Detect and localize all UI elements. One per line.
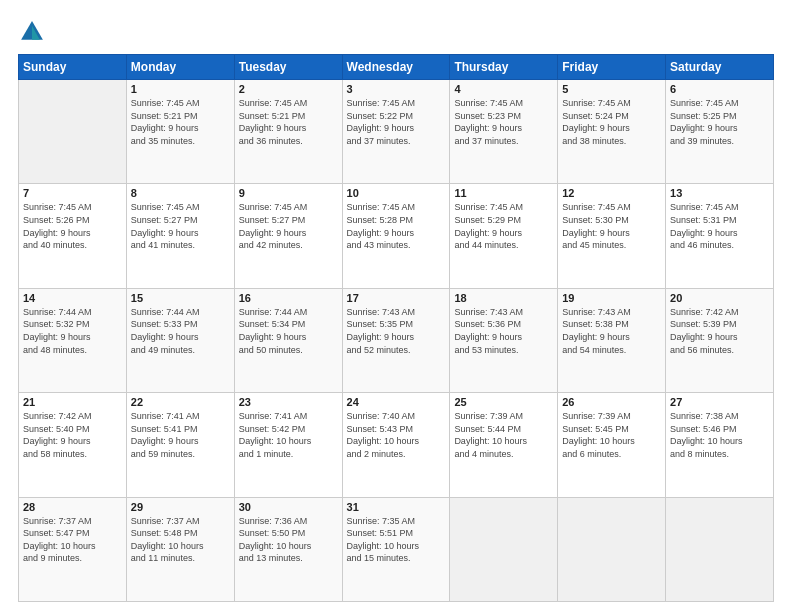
day-info: Sunrise: 7:37 AM Sunset: 5:48 PM Dayligh… [131, 515, 230, 565]
day-info: Sunrise: 7:35 AM Sunset: 5:51 PM Dayligh… [347, 515, 446, 565]
day-cell: 3Sunrise: 7:45 AM Sunset: 5:22 PM Daylig… [342, 80, 450, 184]
day-number: 5 [562, 83, 661, 95]
week-row-3: 14Sunrise: 7:44 AM Sunset: 5:32 PM Dayli… [19, 288, 774, 392]
day-cell: 30Sunrise: 7:36 AM Sunset: 5:50 PM Dayli… [234, 497, 342, 601]
weekday-thursday: Thursday [450, 55, 558, 80]
day-info: Sunrise: 7:43 AM Sunset: 5:36 PM Dayligh… [454, 306, 553, 356]
day-info: Sunrise: 7:43 AM Sunset: 5:38 PM Dayligh… [562, 306, 661, 356]
day-cell: 16Sunrise: 7:44 AM Sunset: 5:34 PM Dayli… [234, 288, 342, 392]
week-row-4: 21Sunrise: 7:42 AM Sunset: 5:40 PM Dayli… [19, 393, 774, 497]
day-cell: 10Sunrise: 7:45 AM Sunset: 5:28 PM Dayli… [342, 184, 450, 288]
day-cell: 27Sunrise: 7:38 AM Sunset: 5:46 PM Dayli… [666, 393, 774, 497]
day-number: 8 [131, 187, 230, 199]
day-cell: 18Sunrise: 7:43 AM Sunset: 5:36 PM Dayli… [450, 288, 558, 392]
week-row-2: 7Sunrise: 7:45 AM Sunset: 5:26 PM Daylig… [19, 184, 774, 288]
day-cell [19, 80, 127, 184]
day-info: Sunrise: 7:40 AM Sunset: 5:43 PM Dayligh… [347, 410, 446, 460]
day-cell: 9Sunrise: 7:45 AM Sunset: 5:27 PM Daylig… [234, 184, 342, 288]
day-cell: 7Sunrise: 7:45 AM Sunset: 5:26 PM Daylig… [19, 184, 127, 288]
day-number: 12 [562, 187, 661, 199]
day-cell: 14Sunrise: 7:44 AM Sunset: 5:32 PM Dayli… [19, 288, 127, 392]
day-info: Sunrise: 7:45 AM Sunset: 5:29 PM Dayligh… [454, 201, 553, 251]
day-number: 1 [131, 83, 230, 95]
day-number: 17 [347, 292, 446, 304]
day-info: Sunrise: 7:45 AM Sunset: 5:26 PM Dayligh… [23, 201, 122, 251]
day-number: 7 [23, 187, 122, 199]
day-number: 3 [347, 83, 446, 95]
day-info: Sunrise: 7:45 AM Sunset: 5:27 PM Dayligh… [131, 201, 230, 251]
day-number: 22 [131, 396, 230, 408]
day-cell: 28Sunrise: 7:37 AM Sunset: 5:47 PM Dayli… [19, 497, 127, 601]
day-info: Sunrise: 7:45 AM Sunset: 5:25 PM Dayligh… [670, 97, 769, 147]
day-info: Sunrise: 7:39 AM Sunset: 5:44 PM Dayligh… [454, 410, 553, 460]
day-cell: 15Sunrise: 7:44 AM Sunset: 5:33 PM Dayli… [126, 288, 234, 392]
day-cell: 25Sunrise: 7:39 AM Sunset: 5:44 PM Dayli… [450, 393, 558, 497]
day-info: Sunrise: 7:44 AM Sunset: 5:34 PM Dayligh… [239, 306, 338, 356]
day-cell [666, 497, 774, 601]
day-number: 18 [454, 292, 553, 304]
day-info: Sunrise: 7:45 AM Sunset: 5:21 PM Dayligh… [131, 97, 230, 147]
day-info: Sunrise: 7:45 AM Sunset: 5:21 PM Dayligh… [239, 97, 338, 147]
weekday-friday: Friday [558, 55, 666, 80]
day-cell: 11Sunrise: 7:45 AM Sunset: 5:29 PM Dayli… [450, 184, 558, 288]
day-number: 23 [239, 396, 338, 408]
day-number: 6 [670, 83, 769, 95]
day-cell: 20Sunrise: 7:42 AM Sunset: 5:39 PM Dayli… [666, 288, 774, 392]
day-info: Sunrise: 7:37 AM Sunset: 5:47 PM Dayligh… [23, 515, 122, 565]
logo [18, 18, 50, 46]
day-info: Sunrise: 7:36 AM Sunset: 5:50 PM Dayligh… [239, 515, 338, 565]
day-number: 14 [23, 292, 122, 304]
day-info: Sunrise: 7:45 AM Sunset: 5:27 PM Dayligh… [239, 201, 338, 251]
day-number: 31 [347, 501, 446, 513]
day-number: 13 [670, 187, 769, 199]
day-info: Sunrise: 7:44 AM Sunset: 5:33 PM Dayligh… [131, 306, 230, 356]
weekday-monday: Monday [126, 55, 234, 80]
weekday-sunday: Sunday [19, 55, 127, 80]
day-cell: 24Sunrise: 7:40 AM Sunset: 5:43 PM Dayli… [342, 393, 450, 497]
day-cell: 23Sunrise: 7:41 AM Sunset: 5:42 PM Dayli… [234, 393, 342, 497]
day-info: Sunrise: 7:41 AM Sunset: 5:41 PM Dayligh… [131, 410, 230, 460]
day-cell [558, 497, 666, 601]
day-info: Sunrise: 7:44 AM Sunset: 5:32 PM Dayligh… [23, 306, 122, 356]
day-number: 19 [562, 292, 661, 304]
day-number: 11 [454, 187, 553, 199]
weekday-header-row: SundayMondayTuesdayWednesdayThursdayFrid… [19, 55, 774, 80]
header [18, 18, 774, 46]
day-cell: 26Sunrise: 7:39 AM Sunset: 5:45 PM Dayli… [558, 393, 666, 497]
weekday-saturday: Saturday [666, 55, 774, 80]
day-number: 9 [239, 187, 338, 199]
day-cell: 29Sunrise: 7:37 AM Sunset: 5:48 PM Dayli… [126, 497, 234, 601]
day-cell: 5Sunrise: 7:45 AM Sunset: 5:24 PM Daylig… [558, 80, 666, 184]
day-cell: 6Sunrise: 7:45 AM Sunset: 5:25 PM Daylig… [666, 80, 774, 184]
day-number: 4 [454, 83, 553, 95]
day-number: 29 [131, 501, 230, 513]
day-cell: 21Sunrise: 7:42 AM Sunset: 5:40 PM Dayli… [19, 393, 127, 497]
day-cell [450, 497, 558, 601]
day-cell: 8Sunrise: 7:45 AM Sunset: 5:27 PM Daylig… [126, 184, 234, 288]
day-cell: 1Sunrise: 7:45 AM Sunset: 5:21 PM Daylig… [126, 80, 234, 184]
week-row-5: 28Sunrise: 7:37 AM Sunset: 5:47 PM Dayli… [19, 497, 774, 601]
weekday-tuesday: Tuesday [234, 55, 342, 80]
day-cell: 12Sunrise: 7:45 AM Sunset: 5:30 PM Dayli… [558, 184, 666, 288]
day-info: Sunrise: 7:45 AM Sunset: 5:31 PM Dayligh… [670, 201, 769, 251]
day-cell: 22Sunrise: 7:41 AM Sunset: 5:41 PM Dayli… [126, 393, 234, 497]
day-number: 24 [347, 396, 446, 408]
day-info: Sunrise: 7:45 AM Sunset: 5:23 PM Dayligh… [454, 97, 553, 147]
day-cell: 17Sunrise: 7:43 AM Sunset: 5:35 PM Dayli… [342, 288, 450, 392]
logo-icon [18, 18, 46, 46]
day-info: Sunrise: 7:42 AM Sunset: 5:40 PM Dayligh… [23, 410, 122, 460]
day-number: 25 [454, 396, 553, 408]
day-number: 28 [23, 501, 122, 513]
day-cell: 4Sunrise: 7:45 AM Sunset: 5:23 PM Daylig… [450, 80, 558, 184]
day-number: 2 [239, 83, 338, 95]
day-info: Sunrise: 7:45 AM Sunset: 5:22 PM Dayligh… [347, 97, 446, 147]
day-info: Sunrise: 7:43 AM Sunset: 5:35 PM Dayligh… [347, 306, 446, 356]
day-number: 26 [562, 396, 661, 408]
day-cell: 19Sunrise: 7:43 AM Sunset: 5:38 PM Dayli… [558, 288, 666, 392]
calendar-table: SundayMondayTuesdayWednesdayThursdayFrid… [18, 54, 774, 602]
weekday-wednesday: Wednesday [342, 55, 450, 80]
day-number: 27 [670, 396, 769, 408]
day-info: Sunrise: 7:41 AM Sunset: 5:42 PM Dayligh… [239, 410, 338, 460]
day-cell: 2Sunrise: 7:45 AM Sunset: 5:21 PM Daylig… [234, 80, 342, 184]
week-row-1: 1Sunrise: 7:45 AM Sunset: 5:21 PM Daylig… [19, 80, 774, 184]
